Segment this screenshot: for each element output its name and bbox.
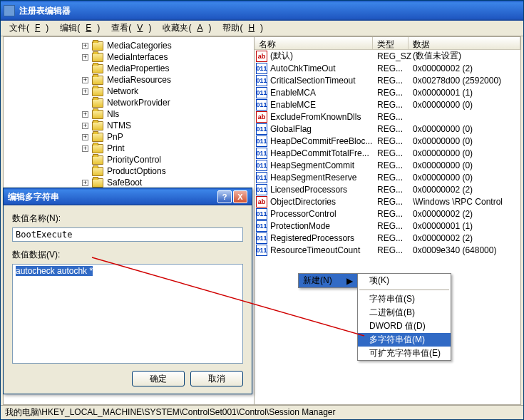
menu-a[interactable]: 收藏夹(A) xyxy=(157,21,217,36)
menu-f[interactable]: 文件(F) xyxy=(4,21,54,36)
folder-icon xyxy=(92,110,103,119)
list-row[interactable]: 011ProtectionModeREG...0x00000001 (1) xyxy=(255,220,520,232)
tree-node[interactable]: NetworkProvider xyxy=(4,97,254,108)
tree-node[interactable]: +Print xyxy=(4,143,254,154)
value-type: REG... xyxy=(373,63,409,73)
tree-node[interactable]: +MediaCategories xyxy=(4,40,254,51)
value-data: 0x00000002 (2) xyxy=(409,185,520,195)
list-row[interactable]: abObjectDirectoriesREG...\Windows \RPC C… xyxy=(255,195,520,208)
col-data[interactable]: 数据 xyxy=(409,37,520,49)
ctx-new[interactable]: 新建(N)▶ xyxy=(299,274,357,287)
expand-icon[interactable]: + xyxy=(82,54,88,61)
submenu-item[interactable]: DWORD 值(D) xyxy=(358,319,451,333)
menu-v[interactable]: 查看(V) xyxy=(106,21,157,36)
list-row[interactable]: 011RegisteredProcessorsREG...0x00000002 … xyxy=(255,232,520,244)
value-type: REG... xyxy=(373,160,409,170)
cancel-button[interactable]: 取消 xyxy=(190,371,243,386)
value-data: 0x00000002 (2) xyxy=(409,233,520,243)
list-row[interactable]: 011CriticalSectionTimeoutREG...0x00278d0… xyxy=(255,74,520,86)
list-row[interactable]: 011AutoChkTimeOutREG...0x00000002 (2) xyxy=(255,62,520,74)
value-name: HeapSegmentCommit xyxy=(270,160,354,170)
tree-label: MediaInterfaces xyxy=(107,52,168,62)
tree-node[interactable]: +MediaInterfaces xyxy=(4,51,254,63)
tree-node[interactable]: +PnP xyxy=(4,131,254,143)
titlebar[interactable]: 注册表编辑器 xyxy=(1,1,523,21)
tree-node[interactable]: +MediaResources xyxy=(4,74,254,86)
value-type: REG... xyxy=(373,148,409,158)
value-name: ProcessorControl xyxy=(270,209,337,219)
menubar[interactable]: 文件(F)编辑(E)查看(V)收藏夹(A)帮助(H) xyxy=(1,21,523,36)
edit-multistring-dialog[interactable]: 编辑多字符串 ? X 数值名称(N): 数值数据(V): autocheck a… xyxy=(3,188,252,394)
list-row[interactable]: 011HeapSegmentCommitREG...0x00000000 (0) xyxy=(255,159,520,171)
list-row[interactable]: abExcludeFromKnownDllsREG... xyxy=(255,111,520,123)
tree-node[interactable]: +Nls xyxy=(4,108,254,120)
value-data-textarea[interactable]: autocheck autochk * xyxy=(12,264,243,364)
value-name-input[interactable] xyxy=(12,227,243,242)
folder-icon xyxy=(92,167,103,176)
tree-node[interactable]: PriorityControl xyxy=(4,154,254,165)
expand-icon[interactable]: + xyxy=(82,180,88,186)
menu-e[interactable]: 编辑(E) xyxy=(54,21,106,36)
dword-icon: 011 xyxy=(256,232,267,244)
menu-h[interactable]: 帮助(H) xyxy=(217,21,269,36)
expand-icon xyxy=(82,100,88,106)
value-type: REG... xyxy=(373,100,409,110)
tree-node[interactable]: +SafeBoot xyxy=(4,177,254,188)
expand-icon[interactable]: + xyxy=(82,134,88,140)
value-type: REG... xyxy=(373,245,409,255)
col-type[interactable]: 类型 xyxy=(373,37,409,49)
submenu-item[interactable]: 字符串值(S) xyxy=(358,292,451,306)
submenu-item[interactable]: 二进制值(B) xyxy=(358,306,451,319)
value-name: GlobalFlag xyxy=(270,124,312,134)
expand-icon[interactable]: + xyxy=(82,77,88,83)
separator xyxy=(359,290,449,290)
tree-label: SafeBoot xyxy=(107,178,142,188)
list-row[interactable]: 011GlobalFlagREG...0x00000000 (0) xyxy=(255,123,520,135)
context-submenu[interactable]: 项(K)字符串值(S)二进制值(B)DWORD 值(D)多字符串值(M)可扩充字… xyxy=(357,273,451,361)
folder-icon xyxy=(92,133,103,142)
list-row[interactable]: ab(默认)REG_SZ(数值未设置) xyxy=(255,50,520,62)
close-button[interactable]: X xyxy=(233,190,247,203)
expand-icon[interactable]: + xyxy=(82,145,88,152)
tree-label: MediaCategories xyxy=(107,41,172,51)
dword-icon: 011 xyxy=(256,220,267,232)
list-row[interactable]: 011ResourceTimeoutCountREG...0x0009e340 … xyxy=(255,244,520,256)
tree-node[interactable]: +Network xyxy=(4,86,254,97)
list-row[interactable]: 011HeapDeCommitFreeBloc...REG...0x000000… xyxy=(255,135,520,147)
help-button[interactable]: ? xyxy=(217,190,232,203)
folder-icon xyxy=(92,76,103,85)
value-type: REG... xyxy=(373,197,409,207)
dword-icon: 011 xyxy=(256,148,267,159)
expand-icon[interactable]: + xyxy=(82,43,88,49)
folder-icon xyxy=(92,41,103,51)
value-type: REG... xyxy=(373,173,409,183)
submenu-item[interactable]: 可扩充字符串值(E) xyxy=(358,347,451,360)
folder-icon xyxy=(92,155,103,165)
list-row[interactable]: 011LicensedProcessorsREG...0x00000002 (2… xyxy=(255,183,520,195)
value-data: 0x0009e340 (648000) xyxy=(409,245,520,255)
context-menu[interactable]: 新建(N)▶ xyxy=(298,273,358,288)
col-name[interactable]: 名称 xyxy=(255,37,373,49)
dialog-titlebar[interactable]: 编辑多字符串 ? X xyxy=(4,188,252,205)
submenu-item[interactable]: 项(K) xyxy=(358,274,451,287)
expand-icon[interactable]: + xyxy=(82,123,88,129)
list-row[interactable]: 011EnableMCAREG...0x00000001 (1) xyxy=(255,86,520,98)
list-row[interactable]: 011EnableMCEREG...0x00000000 (0) xyxy=(255,98,520,111)
tree-node[interactable]: +NTMS xyxy=(4,120,254,131)
value-data: (数值未设置) xyxy=(409,50,520,62)
value-data: 0x00000000 (0) xyxy=(409,100,520,110)
tree-label: Network xyxy=(107,86,138,96)
expand-icon[interactable]: + xyxy=(82,111,88,118)
list-row[interactable]: 011HeapSegmentReserveREG...0x00000000 (0… xyxy=(255,171,520,183)
tree-node[interactable]: ProductOptions xyxy=(4,165,254,177)
dialog-title: 编辑多字符串 xyxy=(8,191,216,203)
value-name: ResourceTimeoutCount xyxy=(270,245,360,255)
list-header[interactable]: 名称 类型 数据 xyxy=(255,37,520,50)
list-row[interactable]: 011HeapDeCommitTotalFre...REG...0x000000… xyxy=(255,147,520,159)
expand-icon[interactable]: + xyxy=(82,88,88,95)
ok-button[interactable]: 确定 xyxy=(132,371,185,386)
list-row[interactable]: 011ProcessorControlREG...0x00000002 (2) xyxy=(255,208,520,220)
tree-node[interactable]: MediaProperties xyxy=(4,63,254,74)
submenu-item[interactable]: 多字符串值(M) xyxy=(358,333,451,347)
value-name: CriticalSectionTimeout xyxy=(270,76,356,86)
